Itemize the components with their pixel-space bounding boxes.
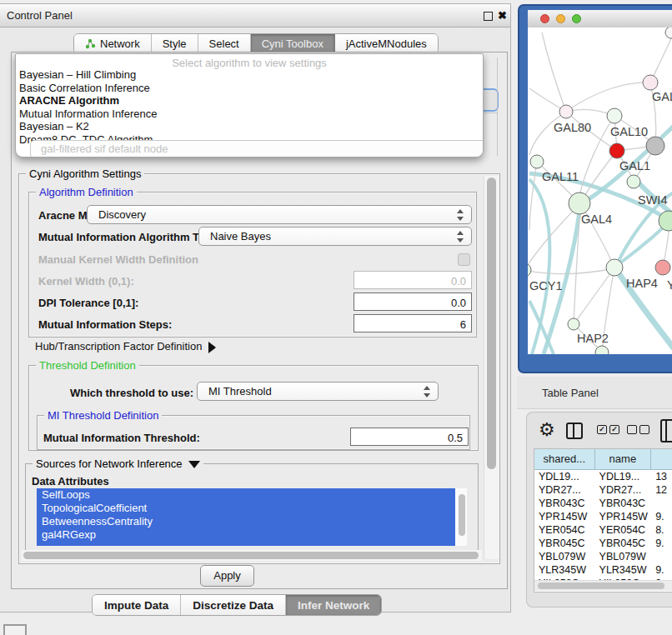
network-edge xyxy=(616,222,669,266)
node-gal4[interactable] xyxy=(569,192,590,214)
node-gal-top[interactable] xyxy=(643,75,658,90)
kernel-width-label: Kernel Width (0,1): xyxy=(38,275,134,288)
table-cell: YPR145W xyxy=(534,510,595,523)
minimized-window-icon[interactable] xyxy=(3,624,27,635)
network-node-label: GAL80 xyxy=(554,121,591,134)
network-canvas[interactable]: GALGAL80GAL10GAL1GAL11SWI4GAL4GCY1HAP4YH… xyxy=(528,28,672,354)
node-hap2[interactable] xyxy=(568,318,579,330)
minimize-light[interactable] xyxy=(556,14,565,23)
divider xyxy=(482,112,497,113)
table-cell: YLR345W xyxy=(595,563,652,577)
float-window-icon[interactable] xyxy=(484,12,493,21)
network-node-label: GAL1 xyxy=(619,159,650,172)
attributes-scrollbar[interactable] xyxy=(457,488,467,546)
which-threshold-value: MI Threshold xyxy=(208,385,272,398)
column-header-extra[interactable] xyxy=(651,449,672,469)
mi-type-combo[interactable]: Naive Bayes xyxy=(198,227,472,246)
tab-style[interactable]: Style xyxy=(152,34,198,53)
table-cell: YBL079W xyxy=(534,550,595,563)
tab-select[interactable]: Select xyxy=(198,34,251,53)
expand-right-icon xyxy=(208,342,216,353)
table-row[interactable]: YLR345WYLR345W9. xyxy=(534,563,672,577)
attribute-item-betweennesscentrality[interactable]: BetweennessCentrality xyxy=(37,515,455,528)
stepper-arrows-icon xyxy=(424,386,431,398)
algorithm-option-bayesian-hill-climbing[interactable]: Bayesian – Hill Climbing xyxy=(19,68,478,82)
tab-network[interactable]: Network xyxy=(74,34,152,53)
checked-box-icon[interactable]: ✓ xyxy=(609,425,619,434)
algorithm-option-aracne-algorithm[interactable]: ARACNE Algorithm xyxy=(19,94,478,108)
table-row[interactable]: YDR27...YDR27...12 xyxy=(534,483,672,497)
dpi-tolerance-field[interactable] xyxy=(354,292,472,311)
mi-steps-field[interactable] xyxy=(354,314,472,332)
table-row[interactable]: YBL079WYBL079W xyxy=(534,550,672,563)
kernel-width-field[interactable] xyxy=(354,271,472,289)
table-row[interactable]: YBR043CYBR043C xyxy=(534,497,672,510)
hub-definition-toggle[interactable]: Hub/Transcription Factor Definition xyxy=(35,340,216,353)
checked-box-icon[interactable]: ✓ xyxy=(597,425,607,434)
column-header-shared-[interactable]: shared... xyxy=(534,449,595,469)
node-gray[interactable] xyxy=(646,137,664,155)
mi-threshold-field[interactable] xyxy=(350,428,469,446)
table-cell: YDR27... xyxy=(595,483,652,497)
gear-icon[interactable]: ⚙ xyxy=(539,419,555,441)
mi-type-value: Naive Bayes xyxy=(210,230,271,242)
table-horizontal-scrollbar[interactable] xyxy=(534,580,672,591)
algorithm-dropdown-popup: Select algorithm to view settings Bayesi… xyxy=(15,53,484,158)
aracne-mode-combo[interactable]: Discovery xyxy=(87,205,472,224)
node-gcy1[interactable] xyxy=(528,263,531,277)
bottom-tab-infer-network[interactable]: Infer Network xyxy=(286,595,381,615)
node-gal10[interactable] xyxy=(607,108,622,123)
table-icon[interactable] xyxy=(660,419,672,442)
unchecked-box-icon[interactable] xyxy=(639,425,649,434)
close-light[interactable] xyxy=(540,14,549,23)
network-selector-combo[interactable]: gal-filtered sif default node xyxy=(30,140,484,158)
table-cell: YDL19... xyxy=(595,470,652,483)
which-threshold-combo[interactable]: MI Threshold xyxy=(197,382,439,401)
apply-button[interactable]: Apply xyxy=(200,565,254,587)
attribute-item-selfloops[interactable]: SelfLoops xyxy=(37,488,455,502)
network-window-titlebar[interactable] xyxy=(528,10,672,28)
settings-horizontal-scrollbar[interactable] xyxy=(22,550,482,561)
table-row[interactable]: YER054CYER054C8. xyxy=(534,523,672,537)
table-row[interactable]: YDL19...YDL19...13 xyxy=(534,470,672,483)
settings-vertical-scrollbar[interactable] xyxy=(484,176,499,559)
attribute-item-gal4rgexp[interactable]: gal4RGexp xyxy=(37,528,455,542)
network-edge xyxy=(574,268,614,324)
node-gal80[interactable] xyxy=(559,105,573,118)
node-salmon[interactable] xyxy=(655,260,670,275)
unchecked-box-icon[interactable] xyxy=(627,425,637,434)
mi-threshold-label: Mutual Information Threshold: xyxy=(43,432,200,444)
table-cell: YER054C xyxy=(534,523,595,537)
column-header-name[interactable]: name xyxy=(595,449,652,469)
node[interactable] xyxy=(665,28,672,38)
split-columns-icon[interactable] xyxy=(566,422,583,439)
table-cell: 9. xyxy=(651,510,672,523)
attribute-item-topologicalcoefficient[interactable]: TopologicalCoefficient xyxy=(37,502,455,515)
table-row[interactable]: YBR045CYBR045C9. xyxy=(534,537,672,550)
manual-kernel-checkbox[interactable] xyxy=(458,253,470,266)
close-icon[interactable]: ✖ xyxy=(498,9,507,22)
bottom-tab-discretize-data[interactable]: Discretize Data xyxy=(181,595,286,615)
bottom-tab-impute-data[interactable]: Impute Data xyxy=(93,595,181,615)
sources-title: Sources for Network Inference xyxy=(36,458,183,470)
attribute-item-partial[interactable] xyxy=(37,542,455,546)
node-gal11[interactable] xyxy=(530,155,544,168)
network-view-window: GALGAL80GAL10GAL1GAL11SWI4GAL4GCY1HAP4YH… xyxy=(518,4,672,373)
node-swi4[interactable] xyxy=(627,175,640,188)
node-gal1[interactable] xyxy=(609,143,624,158)
table-cell: YBR043C xyxy=(595,497,652,510)
control-panel-titlebar[interactable]: Control Panel ✖ xyxy=(0,4,510,28)
control-panel-window: Control Panel ✖ NetworkStyleSelectCyni T… xyxy=(0,3,511,612)
algorithm-option-bayesian-k2[interactable]: Bayesian – K2 xyxy=(19,120,478,133)
screen: Control Panel ✖ NetworkStyleSelectCyni T… xyxy=(0,0,672,635)
tab-jactivemnodules[interactable]: jActiveMNodules xyxy=(335,34,438,53)
sources-title-row[interactable]: Sources for Network Inference xyxy=(33,458,203,470)
tab-cyni-toolbox[interactable]: Cyni Toolbox xyxy=(251,34,335,53)
tab-label: Network xyxy=(100,38,140,50)
zoom-light[interactable] xyxy=(572,14,581,23)
algorithm-option-mutual-information-inference[interactable]: Mutual Information Inference xyxy=(19,108,478,121)
algorithm-option-basic-correlation-inference[interactable]: Basic Correlation Inference xyxy=(19,82,478,95)
node-hap4[interactable] xyxy=(606,259,623,276)
table-row[interactable]: YPR145WYPR145W9. xyxy=(534,510,672,523)
network-node-label: HAP2 xyxy=(577,332,609,345)
